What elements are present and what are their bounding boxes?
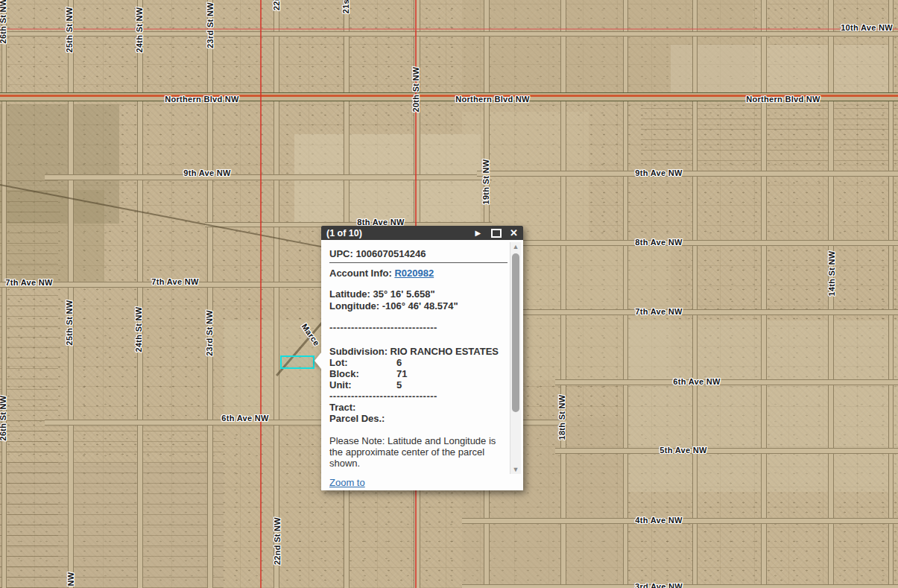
- street-label: 22nd St NW: [273, 517, 282, 565]
- street-label: 7th Ave NW: [635, 307, 682, 316]
- street-label: 25th St NW: [65, 300, 74, 345]
- dashed-separator: ------------------------------: [329, 322, 507, 333]
- block-value: 71: [396, 368, 407, 379]
- street-road: [1, 0, 7, 588]
- lot-row: Lot:6: [329, 357, 507, 368]
- popup-callout-pointer: [314, 353, 321, 369]
- street-label: 24th St NW: [135, 7, 144, 52]
- street-label: 9th Ave NW: [183, 168, 230, 177]
- longitude-value: Longitude: -106° 46' 48.574": [329, 300, 507, 312]
- street-label: 6th Ave NW: [673, 377, 720, 386]
- avenue-road: [477, 240, 898, 246]
- street-label: 9th Ave NW: [635, 168, 682, 177]
- street-label: 10th Ave NW: [841, 23, 893, 32]
- street-label: 23rd St NW: [205, 310, 214, 356]
- street-road: [761, 0, 767, 588]
- street-label: 21st St NW: [341, 0, 350, 13]
- parcel-des-label: Parcel Des.:: [329, 413, 507, 424]
- scrollbar-thumb[interactable]: [512, 253, 519, 412]
- street-label: 20th St NW: [411, 66, 420, 112]
- street-label: Northern Blvd NW: [455, 95, 530, 104]
- street-label: 24th St NW: [134, 306, 143, 352]
- latitude-value: Latitude: 35° 16' 5.658": [329, 288, 507, 300]
- popup-scrollbar[interactable]: ▲ ▼: [510, 242, 521, 474]
- street-label: 22nd St NW: [272, 0, 281, 10]
- avenue-road: [45, 174, 492, 180]
- street-label: 7th Ave NW: [151, 277, 198, 286]
- avenue-road: [477, 309, 898, 315]
- dashed-separator: ------------------------------: [329, 391, 507, 402]
- street-road: [273, 0, 279, 588]
- zoom-to-row: Zoom to: [329, 477, 507, 488]
- unit-row: Unit:5: [329, 379, 507, 391]
- section-line: [260, 0, 262, 588]
- street-label: 25th St NW: [66, 572, 75, 588]
- note-text: Please Note: Latitude and Longitude is t…: [329, 435, 507, 469]
- account-info-label: Account Info:: [329, 268, 394, 279]
- avenue-road: [555, 379, 898, 385]
- block-row: Block:71: [329, 368, 507, 379]
- street-label: 26th St NW: [0, 0, 7, 44]
- next-result-icon[interactable]: ▶: [475, 229, 481, 237]
- close-icon[interactable]: ✕: [510, 227, 518, 238]
- scroll-down-icon[interactable]: ▼: [513, 465, 519, 474]
- street-road: [68, 0, 74, 588]
- tract-label: Tract:: [329, 402, 507, 413]
- street-label: 14th St NW: [827, 250, 836, 296]
- account-info-row: Account Info: R020982: [329, 268, 507, 279]
- upc-value: UPC: 1006070514246: [329, 248, 507, 259]
- block-label: Block:: [329, 368, 396, 379]
- zoom-to-link[interactable]: Zoom to: [329, 477, 365, 488]
- street-label: 6th Ave NW: [221, 414, 268, 423]
- street-label: 18th St NW: [557, 394, 566, 440]
- parcel-rows-texture: [0, 417, 224, 588]
- lot-label: Lot:: [329, 357, 396, 368]
- avenue-road: [555, 448, 898, 454]
- unit-label: Unit:: [329, 379, 396, 391]
- scroll-up-icon[interactable]: ▲: [513, 242, 519, 251]
- maximize-icon[interactable]: [491, 229, 502, 238]
- parcel-info-popup: (1 of 10) ▶ ✕ UPC: 1006070514246 Account…: [321, 226, 523, 490]
- map-viewer: 10th Ave NWNorthern Blvd NWNorthern Blvd…: [0, 0, 898, 588]
- street-road: [560, 0, 566, 588]
- street-road: [888, 0, 894, 588]
- unit-value: 5: [396, 379, 402, 391]
- street-label: 4th Ave NW: [635, 516, 682, 525]
- avenue-road: [477, 171, 898, 177]
- street-label: Northern Blvd NW: [165, 95, 239, 104]
- popup-title: (1 of 10): [321, 228, 475, 238]
- divider-line: [329, 262, 508, 263]
- street-label: Northern Blvd NW: [746, 95, 820, 104]
- popup-content: UPC: 1006070514246 Account Info: R020982…: [329, 240, 507, 488]
- parcel-rows-texture: [641, 97, 898, 171]
- street-label: 23rd St NW: [206, 2, 215, 48]
- street-label: 3rd Ave NW: [635, 582, 683, 588]
- street-label: 19th St NW: [481, 159, 490, 204]
- popup-titlebar: (1 of 10) ▶ ✕: [321, 226, 523, 240]
- popup-body: UPC: 1006070514246 Account Info: R020982…: [321, 240, 523, 490]
- lot-value: 6: [396, 357, 402, 368]
- street-road: [692, 0, 698, 588]
- street-label: 5th Ave NW: [660, 446, 706, 455]
- street-road: [623, 0, 628, 588]
- selected-parcel-outline[interactable]: [280, 355, 314, 369]
- street-label: 26th St NW: [0, 395, 7, 440]
- street-road: [207, 0, 213, 588]
- account-info-link[interactable]: R020982: [394, 268, 434, 279]
- street-road: [137, 0, 143, 588]
- street-label: 8th Ave NW: [635, 238, 682, 247]
- street-label: 25th St NW: [65, 7, 74, 52]
- street-label: 7th Ave NW: [5, 278, 52, 287]
- subdivision-value: Subdivision: RIO RANCHO ESTATES: [329, 346, 507, 357]
- terrain-patch: [671, 45, 894, 97]
